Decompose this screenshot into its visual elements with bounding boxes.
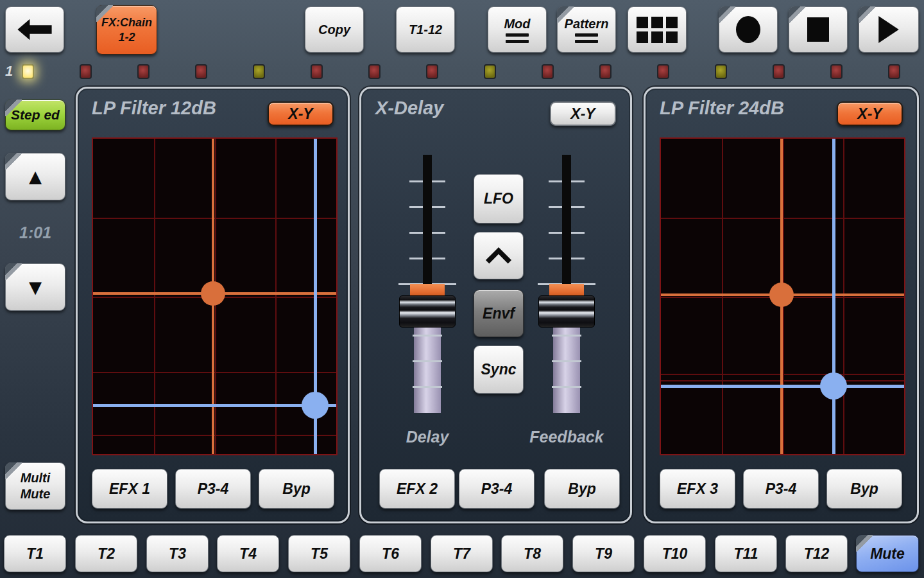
blue-crosshair-v bbox=[832, 139, 835, 454]
equals-icon bbox=[506, 40, 529, 43]
track-button-t9[interactable]: T9 bbox=[572, 535, 635, 572]
xy-pad[interactable] bbox=[92, 137, 338, 455]
xy-mode-button[interactable]: X-Y bbox=[268, 101, 334, 126]
record-icon bbox=[736, 16, 760, 43]
bypass-button[interactable]: Byp bbox=[544, 469, 620, 509]
down-arrow-icon: ▼ bbox=[24, 276, 46, 298]
efx-select-button[interactable]: EFX 3 bbox=[660, 469, 735, 509]
panel-title: LP Filter 24dB bbox=[660, 98, 784, 119]
slider-tick bbox=[552, 335, 581, 337]
pattern-label: Pattern bbox=[565, 17, 609, 31]
delay-slider[interactable] bbox=[398, 155, 456, 413]
track-range-label: T1-12 bbox=[409, 22, 442, 37]
slider-tick bbox=[552, 386, 581, 388]
efx-select-label: EFX 3 bbox=[677, 480, 718, 498]
fx-panel-lp-filter-24db: LP Filter 24dB X-Y EFX 3 P3-4 Byp bbox=[644, 87, 919, 523]
chevron-up-button[interactable] bbox=[474, 232, 524, 279]
params-3-4-button[interactable]: P3-4 bbox=[175, 469, 251, 509]
params-3-4-button[interactable]: P3-4 bbox=[743, 469, 819, 509]
step-editor-label: Step ed bbox=[11, 107, 60, 123]
slider-stem bbox=[414, 328, 441, 413]
track-button-t5[interactable]: T5 bbox=[288, 535, 350, 572]
xy-mode-button[interactable]: X-Y bbox=[550, 101, 616, 126]
track-button-t8[interactable]: T8 bbox=[501, 535, 563, 572]
back-button[interactable] bbox=[5, 6, 64, 53]
track-button-t11[interactable]: T11 bbox=[715, 535, 777, 572]
multi-mute-button[interactable]: Multi Mute bbox=[5, 462, 65, 510]
step-led bbox=[715, 64, 727, 79]
bypass-label: Byp bbox=[282, 480, 310, 498]
lfo-button[interactable]: LFO bbox=[474, 174, 524, 223]
feedback-slider[interactable] bbox=[538, 155, 595, 413]
slider-track bbox=[423, 155, 432, 290]
track-label: T1 bbox=[26, 545, 44, 563]
stop-button[interactable] bbox=[789, 6, 848, 53]
step-editor-button[interactable]: Step ed bbox=[5, 100, 65, 130]
step-led bbox=[888, 64, 900, 79]
pattern-grid-button[interactable] bbox=[628, 6, 687, 53]
track-button-t7[interactable]: T7 bbox=[431, 535, 493, 572]
play-button[interactable] bbox=[859, 6, 919, 53]
track-button-t12[interactable]: T12 bbox=[785, 535, 848, 572]
sync-button[interactable]: Sync bbox=[474, 346, 524, 394]
slider-handle-cap bbox=[549, 284, 584, 297]
step-led bbox=[368, 64, 381, 79]
slider-handle-cap bbox=[410, 284, 445, 297]
track-button-t1[interactable]: T1 bbox=[4, 535, 66, 572]
feedback-label: Feedback bbox=[515, 428, 618, 446]
step-led bbox=[80, 64, 92, 79]
mute-button[interactable]: Mute bbox=[856, 535, 919, 572]
track-button-t6[interactable]: T6 bbox=[359, 535, 422, 572]
chevron-up-icon bbox=[484, 247, 513, 264]
orange-handle[interactable] bbox=[201, 281, 225, 306]
bypass-button[interactable]: Byp bbox=[826, 469, 902, 509]
slider-tick bbox=[413, 386, 442, 388]
efx-select-button[interactable]: EFX 2 bbox=[379, 469, 455, 509]
step-led bbox=[253, 64, 265, 79]
step-led bbox=[311, 64, 323, 79]
track-button-t10[interactable]: T10 bbox=[644, 535, 706, 572]
xy-mode-button[interactable]: X-Y bbox=[837, 101, 903, 126]
step-led bbox=[599, 64, 612, 79]
track-button-t4[interactable]: T4 bbox=[217, 535, 279, 572]
pattern-down-button[interactable]: ▼ bbox=[5, 263, 65, 311]
mod-button[interactable]: Mod bbox=[488, 6, 547, 53]
envfollow-label: Envf bbox=[483, 305, 515, 322]
step-led bbox=[137, 64, 150, 79]
orange-handle[interactable] bbox=[769, 283, 794, 307]
track-label: T2 bbox=[98, 545, 115, 563]
slider-handle[interactable] bbox=[399, 295, 456, 328]
envfollow-button[interactable]: Envf bbox=[474, 290, 524, 337]
params-3-4-button[interactable]: P3-4 bbox=[459, 469, 535, 509]
pattern-button[interactable]: Pattern bbox=[557, 6, 616, 53]
led-strip: 1 bbox=[0, 64, 924, 80]
xy-pad[interactable] bbox=[660, 137, 905, 455]
copy-button[interactable]: Copy bbox=[305, 6, 364, 53]
lfo-label: LFO bbox=[484, 190, 513, 207]
step-led bbox=[195, 64, 207, 79]
equals-icon bbox=[575, 40, 598, 43]
fx-chain-label-line1: FX:Chain bbox=[101, 15, 152, 30]
fx-panel-lp-filter-12db: LP Filter 12dB X-Y EFX 1 P3-4 Byp bbox=[76, 87, 350, 523]
grid-icon bbox=[637, 17, 678, 43]
track-label: T10 bbox=[662, 545, 688, 563]
params-3-4-label: P3-4 bbox=[198, 480, 229, 498]
slider-handle[interactable] bbox=[538, 295, 595, 328]
track-range-button[interactable]: T1-12 bbox=[396, 6, 455, 53]
efx-select-button[interactable]: EFX 1 bbox=[92, 469, 167, 509]
slider-track bbox=[562, 155, 571, 290]
track-button-t2[interactable]: T2 bbox=[75, 535, 137, 572]
song-position-label: 1:01 bbox=[19, 223, 51, 242]
track-button-t3[interactable]: T3 bbox=[146, 535, 209, 572]
slider-stem bbox=[553, 328, 580, 413]
fx-chain-label-line2: 1-2 bbox=[118, 30, 135, 45]
track-label: T11 bbox=[734, 545, 758, 563]
bypass-button[interactable]: Byp bbox=[259, 469, 334, 509]
track-label: T9 bbox=[595, 545, 612, 563]
fx-chain-button[interactable]: FX:Chain 1-2 bbox=[96, 5, 157, 55]
step-led bbox=[657, 64, 669, 79]
record-button[interactable] bbox=[719, 6, 778, 53]
blue-handle[interactable] bbox=[302, 392, 329, 419]
pattern-up-button[interactable]: ▲ bbox=[5, 153, 65, 200]
track-label: T3 bbox=[169, 545, 186, 563]
